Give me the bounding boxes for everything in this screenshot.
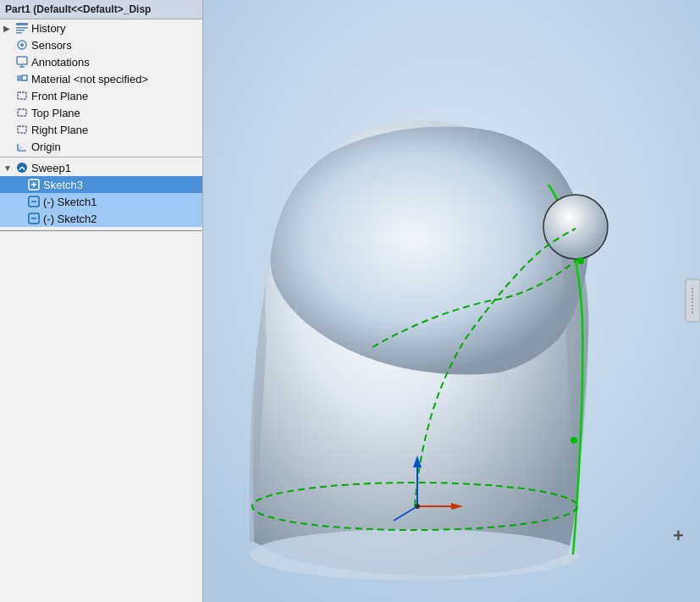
svg-rect-9 xyxy=(17,75,22,80)
spacer: ▶ xyxy=(3,125,14,135)
sensors-icon xyxy=(15,38,29,52)
tree-item-sweep1[interactable]: ▼ Sweep1 xyxy=(0,159,202,176)
tree-item-top-plane[interactable]: ▶ Top Plane xyxy=(0,104,202,121)
svg-rect-1 xyxy=(16,27,28,29)
annotations-label: Annotations xyxy=(31,56,90,69)
tree-item-sketch1[interactable]: (-) Sketch1 xyxy=(0,193,202,210)
sketch3-icon xyxy=(27,178,41,191)
svg-rect-0 xyxy=(16,23,28,25)
part-title: Part1 (Default<<Default>_Disp xyxy=(0,0,202,19)
top-plane-icon xyxy=(15,106,29,119)
tree-item-history[interactable]: ▶ History xyxy=(0,19,202,36)
tree-item-annotations[interactable]: ▶ Annotations xyxy=(0,53,202,70)
spacer: ▶ xyxy=(3,142,14,152)
spacer: ▶ xyxy=(3,58,14,67)
tree-item-right-plane[interactable]: ▶ Right Plane xyxy=(0,121,202,138)
svg-point-37 xyxy=(415,504,420,509)
arrow-icon: ▶ xyxy=(3,24,14,33)
svg-rect-13 xyxy=(18,109,26,116)
tree-item-origin[interactable]: ▶ Origin xyxy=(0,138,202,155)
spacer: ▶ xyxy=(3,91,14,101)
right-plane-icon xyxy=(15,123,29,136)
tree-item-material[interactable]: ▶ Material <not specified> xyxy=(0,70,202,87)
sketch3-label: Sketch3 xyxy=(43,179,83,191)
spacer: ▶ xyxy=(3,108,14,118)
svg-rect-6 xyxy=(17,57,27,64)
tree-item-front-plane[interactable]: ▶ Front Plane xyxy=(0,87,202,104)
model-svg: + xyxy=(203,0,700,602)
tree-item-sketch2[interactable]: (-) Sketch2 xyxy=(0,210,202,227)
spacer: ▶ xyxy=(3,75,14,84)
svg-point-38 xyxy=(577,257,584,264)
tree-item-sketch3[interactable]: Sketch3 xyxy=(0,176,202,193)
annotations-icon xyxy=(15,55,29,69)
svg-rect-12 xyxy=(18,92,26,99)
svg-rect-3 xyxy=(16,32,22,34)
svg-rect-10 xyxy=(22,75,27,80)
sweep-icon xyxy=(15,161,29,174)
right-plane-label: Right Plane xyxy=(31,124,88,136)
plus-indicator: + xyxy=(673,525,684,546)
sketch2-icon xyxy=(27,212,41,225)
feature-tree-panel: Part1 (Default<<Default>_Disp ▶ History … xyxy=(0,0,203,602)
history-label: History xyxy=(31,22,65,35)
front-plane-icon xyxy=(15,89,29,102)
sketch1-icon xyxy=(27,195,41,208)
sweep1-label: Sweep1 xyxy=(31,162,71,174)
origin-icon xyxy=(15,140,29,153)
svg-point-27 xyxy=(250,529,580,580)
origin-label: Origin xyxy=(31,141,61,153)
sketch2-label: (-) Sketch2 xyxy=(43,213,97,225)
tree-item-sensors[interactable]: ▶ Sensors xyxy=(0,36,202,53)
3d-viewport[interactable]: + xyxy=(203,0,700,602)
svg-rect-14 xyxy=(18,126,26,133)
material-icon xyxy=(15,72,29,86)
sketch1-label: (-) Sketch1 xyxy=(43,196,97,208)
sensors-label: Sensors xyxy=(31,39,72,52)
svg-rect-2 xyxy=(16,30,25,31)
svg-point-39 xyxy=(570,437,577,444)
front-plane-label: Front Plane xyxy=(31,90,88,102)
history-icon xyxy=(15,21,29,35)
spacer: ▶ xyxy=(3,41,14,50)
top-plane-label: Top Plane xyxy=(31,107,80,119)
svg-point-5 xyxy=(20,43,24,47)
sweep-arrow-icon: ▼ xyxy=(3,163,14,173)
material-label: Material <not specified> xyxy=(31,73,148,86)
svg-rect-40 xyxy=(686,279,700,322)
